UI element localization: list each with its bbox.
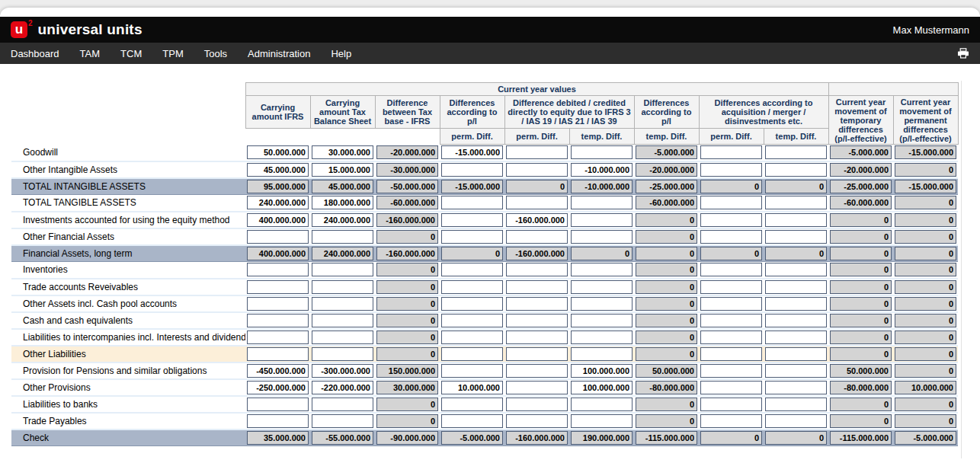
amount-input[interactable] bbox=[506, 347, 568, 361]
amount-input[interactable] bbox=[765, 263, 827, 276]
amount-input[interactable] bbox=[441, 330, 503, 344]
amount-input[interactable] bbox=[765, 196, 827, 209]
amount-input[interactable] bbox=[247, 314, 309, 327]
amount-input[interactable] bbox=[247, 414, 309, 428]
amount-input[interactable] bbox=[765, 213, 827, 227]
amount-input[interactable] bbox=[312, 213, 373, 227]
amount-input[interactable] bbox=[700, 213, 762, 227]
amount-input[interactable] bbox=[571, 263, 633, 276]
amount-input[interactable] bbox=[700, 347, 762, 361]
amount-input[interactable] bbox=[571, 314, 633, 327]
amount-input[interactable] bbox=[247, 297, 309, 311]
amount-input[interactable] bbox=[571, 280, 633, 294]
amount-input[interactable] bbox=[506, 263, 568, 276]
amount-input[interactable] bbox=[312, 230, 373, 244]
amount-input[interactable] bbox=[441, 280, 503, 294]
amount-input[interactable] bbox=[506, 230, 568, 244]
amount-input[interactable] bbox=[441, 297, 503, 311]
amount-input[interactable] bbox=[441, 163, 503, 177]
amount-input[interactable] bbox=[700, 398, 762, 411]
amount-input[interactable] bbox=[571, 414, 633, 428]
amount-input[interactable] bbox=[765, 314, 827, 327]
amount-input[interactable] bbox=[571, 364, 633, 378]
amount-input[interactable] bbox=[506, 196, 568, 209]
amount-input[interactable] bbox=[312, 163, 373, 177]
nav-item-administration[interactable]: Administration bbox=[248, 48, 310, 59]
amount-input[interactable] bbox=[765, 163, 827, 177]
amount-input[interactable] bbox=[506, 213, 568, 227]
amount-input[interactable] bbox=[441, 398, 503, 411]
amount-input[interactable] bbox=[312, 145, 373, 159]
amount-input[interactable] bbox=[506, 314, 568, 327]
amount-input[interactable] bbox=[506, 280, 568, 294]
amount-input[interactable] bbox=[700, 297, 762, 311]
amount-input[interactable] bbox=[765, 381, 827, 394]
amount-input[interactable] bbox=[571, 163, 633, 177]
amount-input[interactable] bbox=[765, 347, 827, 361]
amount-input[interactable] bbox=[247, 330, 309, 344]
amount-input[interactable] bbox=[571, 297, 633, 311]
amount-input[interactable] bbox=[312, 381, 373, 394]
amount-input[interactable] bbox=[441, 347, 503, 361]
nav-item-tcm[interactable]: TCM bbox=[120, 48, 142, 59]
nav-item-tpm[interactable]: TPM bbox=[162, 48, 183, 59]
amount-input[interactable] bbox=[312, 398, 373, 411]
amount-input[interactable] bbox=[700, 280, 762, 294]
amount-input[interactable] bbox=[700, 196, 762, 209]
amount-input[interactable] bbox=[506, 297, 568, 311]
amount-input[interactable] bbox=[247, 196, 309, 209]
amount-input[interactable] bbox=[765, 297, 827, 311]
amount-input[interactable] bbox=[765, 230, 827, 244]
amount-input[interactable] bbox=[506, 145, 568, 159]
amount-input[interactable] bbox=[571, 230, 633, 244]
amount-input[interactable] bbox=[441, 230, 503, 244]
amount-input[interactable] bbox=[700, 145, 762, 159]
amount-input[interactable] bbox=[700, 163, 762, 177]
amount-input[interactable] bbox=[700, 230, 762, 244]
amount-input[interactable] bbox=[441, 364, 503, 378]
amount-input[interactable] bbox=[506, 414, 568, 428]
nav-item-dashboard[interactable]: Dashboard bbox=[11, 48, 59, 59]
amount-input[interactable] bbox=[247, 145, 309, 159]
amount-input[interactable] bbox=[571, 145, 633, 159]
amount-input[interactable] bbox=[441, 314, 503, 327]
nav-item-help[interactable]: Help bbox=[331, 48, 351, 59]
amount-input[interactable] bbox=[765, 398, 827, 411]
amount-input[interactable] bbox=[571, 213, 633, 227]
amount-input[interactable] bbox=[571, 196, 633, 209]
amount-input[interactable] bbox=[312, 414, 373, 428]
amount-input[interactable] bbox=[700, 314, 762, 327]
amount-input[interactable] bbox=[247, 230, 309, 244]
amount-input[interactable] bbox=[247, 280, 309, 294]
amount-input[interactable] bbox=[571, 398, 633, 411]
amount-input[interactable] bbox=[247, 163, 309, 177]
amount-input[interactable] bbox=[312, 347, 373, 361]
amount-input[interactable] bbox=[506, 163, 568, 177]
amount-input[interactable] bbox=[506, 381, 568, 394]
nav-item-tam[interactable]: TAM bbox=[80, 48, 100, 59]
amount-input[interactable] bbox=[765, 364, 827, 378]
amount-input[interactable] bbox=[506, 398, 568, 411]
amount-input[interactable] bbox=[765, 330, 827, 344]
amount-input[interactable] bbox=[441, 414, 503, 428]
amount-input[interactable] bbox=[441, 213, 503, 227]
amount-input[interactable] bbox=[441, 196, 503, 209]
amount-input[interactable] bbox=[312, 330, 373, 344]
amount-input[interactable] bbox=[506, 330, 568, 344]
amount-input[interactable] bbox=[506, 364, 568, 378]
amount-input[interactable] bbox=[312, 297, 373, 311]
amount-input[interactable] bbox=[247, 398, 309, 411]
amount-input[interactable] bbox=[312, 196, 373, 209]
amount-input[interactable] bbox=[247, 263, 309, 276]
amount-input[interactable] bbox=[700, 414, 762, 428]
amount-input[interactable] bbox=[441, 145, 503, 159]
amount-input[interactable] bbox=[441, 263, 503, 276]
amount-input[interactable] bbox=[700, 364, 762, 378]
amount-input[interactable] bbox=[765, 414, 827, 428]
amount-input[interactable] bbox=[765, 280, 827, 294]
amount-input[interactable] bbox=[571, 330, 633, 344]
amount-input[interactable] bbox=[247, 381, 309, 394]
print-button[interactable] bbox=[957, 48, 969, 59]
amount-input[interactable] bbox=[247, 347, 309, 361]
amount-input[interactable] bbox=[765, 145, 827, 159]
